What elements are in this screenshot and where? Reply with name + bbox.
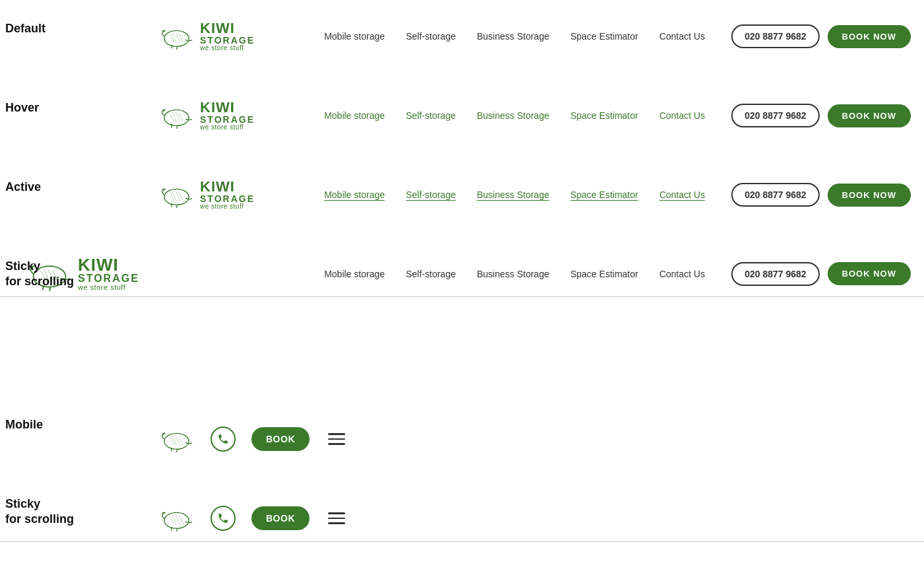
- svg-point-0: [164, 30, 189, 46]
- hamburger-sticky-line-3: [328, 522, 345, 524]
- svg-line-6: [176, 33, 180, 43]
- mobile-sticky-hamburger-button[interactable]: [325, 510, 348, 527]
- svg-point-40: [164, 512, 189, 528]
- nav-link-space-estimator-sticky[interactable]: Space Estimator: [570, 269, 638, 279]
- svg-line-4: [170, 34, 175, 43]
- hover-logo[interactable]: KIWI STORAGE we store stuff: [158, 100, 255, 131]
- active-row: Active KIWI STORAGE we store stuff: [0, 158, 924, 238]
- active-logo[interactable]: KIWI STORAGE we store stuff: [158, 180, 255, 210]
- nav-link-mobile-storage-sticky[interactable]: Mobile storage: [324, 269, 385, 279]
- brand-storage-sticky: STORAGE: [78, 273, 139, 284]
- svg-line-44: [170, 516, 175, 525]
- nav-link-business-storage-default[interactable]: Business Storage: [477, 31, 549, 42]
- active-navbar: KIWI STORAGE we store stuff Mobile stora…: [0, 172, 924, 218]
- sticky-desktop-row: Sticky for scrolling KIWI STORAGE we sto…: [0, 238, 924, 317]
- hamburger-line-3: [328, 443, 345, 445]
- mobile-phone-button[interactable]: [211, 427, 236, 452]
- svg-line-20: [170, 193, 175, 201]
- svg-point-8: [164, 110, 189, 125]
- book-button-default[interactable]: BOOK NOW: [828, 25, 911, 48]
- svg-line-21: [172, 191, 177, 201]
- brand-storage-active: STORAGE: [200, 194, 255, 203]
- svg-line-14: [176, 112, 180, 122]
- nav-link-self-storage-default[interactable]: Self-storage: [406, 31, 455, 42]
- brand-tagline-active: we store stuff: [200, 203, 255, 210]
- kiwi-bird-icon-mobile: [158, 426, 195, 452]
- default-navbar: KIWI STORAGE we store stuff Mobile stora…: [0, 13, 924, 59]
- mobile-sticky-phone-button[interactable]: [211, 506, 236, 531]
- default-row: Default KIWI STORAGE we store stuff: [0, 0, 924, 79]
- nav-link-contact-us-hover[interactable]: Contact Us: [659, 110, 705, 121]
- mobile-sticky-book-button[interactable]: BOOK: [251, 506, 310, 530]
- svg-point-33: [162, 433, 164, 435]
- nav-link-self-storage-hover[interactable]: Self-storage: [406, 110, 455, 121]
- mobile-sticky-navbar: BOOK: [145, 495, 924, 541]
- sticky-actions: 020 8877 9682 BOOK NOW: [731, 262, 911, 286]
- hamburger-sticky-line-1: [328, 512, 345, 514]
- book-button-sticky[interactable]: BOOK NOW: [828, 262, 911, 285]
- svg-point-1: [162, 30, 164, 32]
- mobile-book-button[interactable]: BOOK: [251, 427, 310, 451]
- brand-text-sticky: KIWI STORAGE we store stuff: [78, 256, 139, 291]
- phone-button-hover[interactable]: 020 8877 9682: [731, 104, 819, 127]
- active-label: Active: [5, 180, 41, 195]
- brand-storage: STORAGE: [200, 36, 255, 45]
- book-button-hover[interactable]: BOOK NOW: [828, 104, 911, 127]
- hamburger-line-2: [328, 438, 345, 440]
- brand-tagline: we store stuff: [200, 45, 255, 51]
- hover-label: Hover: [5, 100, 39, 116]
- hover-navbar: KIWI STORAGE we store stuff Mobile stora…: [0, 92, 924, 139]
- default-label: Default: [5, 21, 46, 36]
- brand-text: KIWI STORAGE we store stuff: [200, 21, 255, 51]
- spacer: [0, 317, 924, 403]
- nav-link-self-storage-active[interactable]: Self-storage: [406, 189, 455, 200]
- hamburger-menu-button[interactable]: [325, 430, 348, 448]
- nav-link-contact-us-default[interactable]: Contact Us: [659, 31, 705, 42]
- nav-link-space-estimator-default[interactable]: Space Estimator: [570, 31, 638, 42]
- svg-line-12: [170, 114, 175, 122]
- brand-name-hover: KIWI: [200, 100, 255, 115]
- sticky-desktop-label: Sticky for scrolling: [5, 259, 74, 290]
- brand-text-active: KIWI STORAGE we store stuff: [200, 180, 255, 210]
- kiwi-bird-icon-active: [158, 182, 195, 208]
- default-logo[interactable]: KIWI STORAGE we store stuff: [158, 21, 255, 51]
- phone-button-active[interactable]: 020 8877 9682: [731, 183, 819, 207]
- svg-point-32: [164, 433, 189, 449]
- nav-link-mobile-storage-default[interactable]: Mobile storage: [324, 31, 385, 42]
- nav-link-space-estimator-active[interactable]: Space Estimator: [570, 189, 638, 200]
- nav-link-contact-us-active[interactable]: Contact Us: [659, 189, 705, 200]
- brand-tagline-sticky: we store stuff: [78, 284, 139, 291]
- hover-nav-links: Mobile storage Self-storage Business Sto…: [324, 110, 705, 121]
- svg-line-5: [172, 33, 177, 43]
- svg-line-22: [176, 191, 180, 201]
- nav-link-space-estimator-hover[interactable]: Space Estimator: [570, 110, 638, 121]
- svg-point-41: [162, 512, 164, 514]
- kiwi-bird-icon: [158, 23, 195, 50]
- phone-button-default[interactable]: 020 8877 9682: [731, 24, 819, 48]
- svg-point-17: [162, 189, 164, 191]
- svg-line-45: [172, 515, 177, 525]
- mobile-sticky-label: Sticky for scrolling: [5, 496, 74, 528]
- sticky-nav-links: Mobile storage Self-storage Business Sto…: [324, 269, 705, 279]
- phone-icon-mobile-sticky: [217, 512, 229, 524]
- hamburger-sticky-line-2: [328, 518, 345, 520]
- brand-text-hover: KIWI STORAGE we store stuff: [200, 100, 255, 131]
- phone-button-sticky[interactable]: 020 8877 9682: [731, 262, 819, 286]
- kiwi-bird-icon-mobile-sticky: [158, 505, 195, 531]
- hamburger-line-1: [328, 433, 345, 435]
- nav-link-self-storage-sticky[interactable]: Self-storage: [406, 269, 455, 279]
- nav-link-mobile-storage-active[interactable]: Mobile storage: [324, 189, 385, 200]
- nav-link-mobile-storage-hover[interactable]: Mobile storage: [324, 110, 385, 121]
- book-button-active[interactable]: BOOK NOW: [828, 184, 911, 207]
- nav-link-contact-us-sticky[interactable]: Contact Us: [659, 269, 705, 279]
- mobile-sticky-border: BOOK: [0, 495, 924, 542]
- active-nav-links: Mobile storage Self-storage Business Sto…: [324, 189, 705, 200]
- phone-icon: [217, 433, 229, 445]
- brand-name: KIWI: [200, 21, 255, 36]
- nav-link-business-storage-sticky[interactable]: Business Storage: [477, 269, 549, 279]
- svg-line-36: [170, 437, 175, 446]
- default-actions: 020 8877 9682 BOOK NOW: [731, 24, 911, 48]
- nav-link-business-storage-active[interactable]: Business Storage: [477, 189, 549, 200]
- nav-link-business-storage-hover[interactable]: Business Storage: [477, 110, 549, 121]
- svg-line-13: [172, 112, 177, 122]
